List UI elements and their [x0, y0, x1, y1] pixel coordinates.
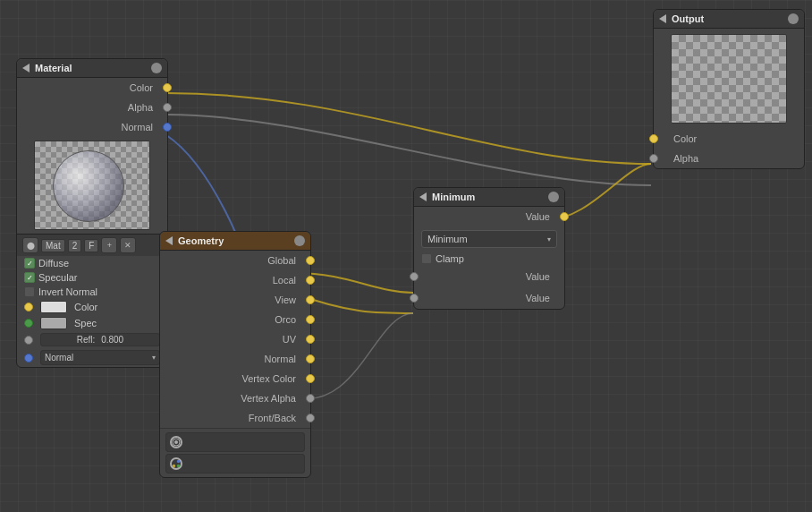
invert-normal-checkbox[interactable] — [24, 286, 35, 297]
material-normal-row: Normal — [17, 117, 167, 137]
geo-vertexcolor-label: Vertex Color — [167, 373, 303, 384]
minimum-node-header: Minimum — [414, 188, 564, 207]
geo-icon-2 — [170, 457, 182, 470]
material-close-btn[interactable] — [151, 63, 162, 73]
minimum-value1-row: Value — [414, 266, 564, 287]
mat-del-btn[interactable]: ✕ — [120, 237, 136, 253]
minimum-dropdown-arrow: ▾ — [547, 235, 551, 243]
spec-socket[interactable] — [24, 319, 33, 328]
mat-sphere-btn[interactable]: ⬤ — [22, 237, 38, 253]
geo-vertexalpha-row: Vertex Alpha — [160, 388, 310, 408]
material-alpha-label: Alpha — [24, 102, 160, 113]
invert-normal-row: Invert Normal — [17, 285, 167, 299]
material-node-header: Material — [17, 59, 167, 78]
diffuse-label: Diffuse — [38, 258, 69, 269]
geo-local-label: Local — [167, 275, 303, 286]
material-preview — [34, 141, 150, 230]
output-color-socket[interactable] — [649, 134, 658, 143]
geo-view-socket[interactable] — [306, 295, 315, 304]
svg-point-3 — [177, 460, 180, 463]
geo-icon-1 — [170, 436, 182, 448]
minimum-value2-socket[interactable] — [410, 294, 419, 303]
geo-uv-socket[interactable] — [306, 335, 315, 344]
normal-dropdown[interactable]: Normal ▾ — [40, 350, 160, 365]
mat-f-btn[interactable]: F — [84, 239, 98, 252]
geometry-node-title: Geometry — [178, 235, 224, 246]
clamp-row: Clamp — [414, 252, 564, 266]
mat-add-btn[interactable]: + — [101, 237, 117, 253]
minimum-value2-label: Value — [421, 293, 557, 303]
normal-dropdown-row: Normal ▾ — [17, 348, 167, 367]
refl-row: Refl: 0.800 — [17, 331, 167, 348]
output-close-btn[interactable] — [788, 13, 799, 24]
normal-dropdown-arrow: ▾ — [152, 354, 156, 362]
geo-vertexalpha-socket[interactable] — [306, 394, 315, 403]
geo-orco-label: Orco — [167, 314, 303, 325]
svg-point-4 — [177, 465, 180, 467]
minimum-dropdown-value: Minimum — [427, 234, 468, 244]
invert-normal-label: Invert Normal — [38, 286, 97, 297]
output-color-row: Color — [654, 129, 804, 149]
geo-orco-socket[interactable] — [306, 315, 315, 324]
collapse-triangle-icon[interactable] — [22, 64, 30, 73]
geometry-collapse-icon[interactable] — [165, 236, 173, 245]
color-swatch-row: Color — [17, 299, 167, 315]
refl-label: Refl: — [77, 335, 96, 345]
specular-label: Specular — [38, 272, 77, 283]
geo-uv-label: UV — [167, 334, 303, 345]
geo-local-socket[interactable] — [306, 276, 315, 285]
material-color-label: Color — [24, 82, 160, 93]
minimum-value-out-label: Value — [421, 211, 557, 222]
geo-view-row: View — [160, 290, 310, 310]
refl-field[interactable]: Refl: 0.800 — [40, 333, 160, 346]
refl-value: 0.800 — [101, 335, 123, 345]
geo-normal-socket[interactable] — [306, 354, 315, 363]
output-alpha-row: Alpha — [654, 149, 804, 168]
output-collapse-icon[interactable] — [659, 14, 666, 23]
spec-swatch-label: Spec — [74, 318, 97, 329]
refl-socket[interactable] — [24, 336, 33, 345]
minimum-value-out-socket[interactable] — [560, 212, 569, 221]
color-swatch[interactable] — [40, 301, 67, 313]
svg-point-1 — [174, 440, 178, 444]
geo-normal-label: Normal — [167, 354, 303, 364]
clamp-checkbox[interactable] — [421, 253, 432, 264]
material-color-socket[interactable] — [163, 83, 172, 92]
specular-row: Specular — [17, 270, 167, 285]
diffuse-checkbox[interactable] — [24, 258, 35, 269]
specular-checkbox[interactable] — [24, 272, 35, 283]
spec-swatch[interactable] — [40, 317, 67, 329]
geo-global-row: Global — [160, 251, 310, 270]
output-node-header: Output — [654, 10, 804, 29]
output-color-label: Color — [661, 133, 797, 144]
geo-vertexalpha-label: Vertex Alpha — [167, 393, 303, 404]
material-normal-socket[interactable] — [163, 123, 172, 132]
geometry-close-btn[interactable] — [294, 235, 305, 246]
minimum-value1-socket[interactable] — [410, 272, 419, 281]
output-alpha-label: Alpha — [661, 153, 797, 164]
material-alpha-socket[interactable] — [163, 103, 172, 112]
geo-vertexcolor-row: Vertex Color — [160, 369, 310, 388]
geo-vertexcolor-socket[interactable] — [306, 374, 315, 383]
minimum-close-btn[interactable] — [548, 192, 559, 202]
normal-dropdown-value: Normal — [45, 353, 73, 363]
minimum-dropdown[interactable]: Minimum ▾ — [421, 230, 557, 248]
geo-frontback-label: Front/Back — [167, 413, 303, 423]
geo-frontback-socket[interactable] — [306, 414, 315, 422]
mat-count-btn[interactable]: 2 — [68, 239, 82, 252]
material-alpha-row: Alpha — [17, 98, 167, 117]
geo-icon-row-1[interactable] — [165, 432, 305, 452]
geo-normal-row: Normal — [160, 349, 310, 369]
geo-view-label: View — [167, 294, 303, 305]
output-node: Output Color Alpha — [653, 9, 805, 169]
output-alpha-socket[interactable] — [649, 154, 658, 163]
geo-icon-row-2[interactable] — [165, 454, 305, 474]
geometry-node-header: Geometry — [160, 232, 310, 251]
material-node-title: Material — [35, 63, 72, 73]
normal-dropdown-socket[interactable] — [24, 354, 33, 363]
geo-global-socket[interactable] — [306, 256, 315, 265]
minimum-collapse-icon[interactable] — [419, 192, 427, 201]
color-swatch-socket[interactable] — [24, 303, 33, 311]
mat-label-btn[interactable]: Mat — [41, 239, 65, 252]
minimum-value1-label: Value — [421, 271, 557, 282]
